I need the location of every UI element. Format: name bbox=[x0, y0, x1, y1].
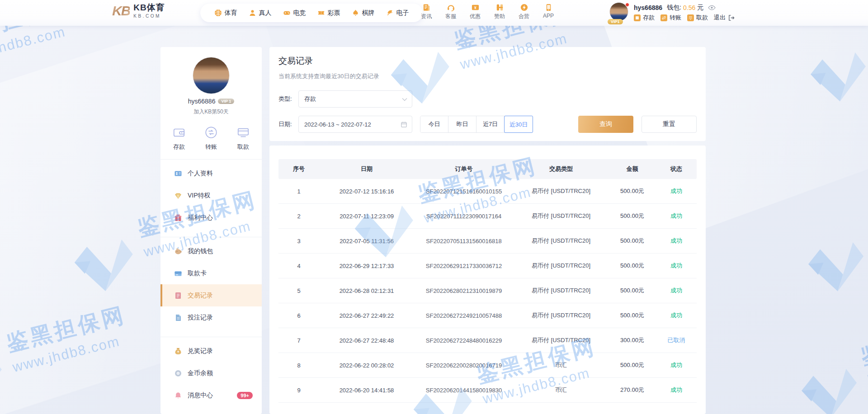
sidebar-item-gold-balance[interactable]: 金币余额 bbox=[160, 362, 262, 384]
calendar-icon bbox=[401, 121, 407, 128]
nav-item-sports[interactable]: 体育 bbox=[214, 9, 237, 17]
quick-link-label: 优惠 bbox=[470, 13, 481, 20]
gamepad-icon bbox=[283, 9, 291, 17]
table-header: 序号 日期 订单号 交易类型 金额 状态 bbox=[278, 159, 697, 179]
transaction-filter-card: 交易记录 当前系统支持查询最近30日的交易记录 类型: 存款 日期: 2022-… bbox=[269, 47, 706, 141]
eye-icon[interactable] bbox=[708, 5, 716, 10]
headset-icon bbox=[447, 3, 455, 12]
range-yesterday-button[interactable]: 昨日 bbox=[448, 116, 476, 132]
top-navigation-bar: KB KB体育 KB.COM 体育 真人 电竞 彩票 棋牌 电子 bbox=[0, 0, 868, 26]
quick-link-promo[interactable]: ¥ 优惠 bbox=[466, 3, 485, 20]
sidebar-item-welfare[interactable]: 福利中心 bbox=[160, 207, 262, 229]
type-select[interactable]: 存款 bbox=[298, 90, 412, 108]
reset-button[interactable]: 重置 bbox=[642, 116, 697, 133]
date-range-value: 2022-06-13 ~ 2022-07-12 bbox=[304, 121, 371, 128]
header-withdraw-button[interactable]: 取款 bbox=[687, 14, 708, 22]
sidebar-transfer-button[interactable]: 转账 bbox=[204, 126, 218, 151]
wallet-label: 钱包: bbox=[667, 4, 681, 12]
nav-item-live[interactable]: 真人 bbox=[249, 9, 272, 17]
jhdb8-watermark-logo bbox=[0, 345, 14, 414]
nav-item-slots[interactable]: 电子 bbox=[386, 9, 409, 17]
table-row: 7 2022-06-27 22:48:48 SF2022062722484800… bbox=[278, 328, 697, 353]
watermark: 鉴黑担保网www.jhdb8.com bbox=[796, 189, 868, 307]
sidebar-item-profile[interactable]: 个人资料 bbox=[160, 162, 262, 184]
status-badge: 成功 bbox=[656, 311, 697, 320]
col-header-status: 状态 bbox=[656, 165, 697, 173]
page-title: 交易记录 bbox=[278, 55, 697, 67]
lightning-icon bbox=[520, 3, 528, 12]
date-range-input[interactable]: 2022-06-13 ~ 2022-07-12 bbox=[298, 116, 412, 133]
sidebar-item-messages[interactable]: 消息中心 99+ bbox=[160, 384, 262, 406]
table-row: 6 2022-06-27 22:49:22 SF2022062722492100… bbox=[278, 303, 697, 328]
header-transfer-button[interactable]: 转账 bbox=[660, 14, 681, 22]
coin-icon bbox=[174, 369, 182, 377]
quick-link-app[interactable]: APP bbox=[539, 3, 558, 20]
kb-logo-mark: KB bbox=[112, 3, 130, 19]
quick-link-partner[interactable]: 合营 bbox=[514, 3, 533, 20]
avatar[interactable] bbox=[193, 57, 230, 94]
status-badge: 成功 bbox=[656, 212, 697, 220]
nav-label: 彩票 bbox=[328, 9, 340, 17]
quick-link-label: APP bbox=[543, 13, 554, 19]
range-today-button[interactable]: 今日 bbox=[420, 116, 448, 132]
sidebar-withdraw-button[interactable]: 取款 bbox=[236, 126, 250, 151]
status-badge: 已取消 bbox=[656, 336, 697, 344]
chevron-down-icon bbox=[402, 98, 407, 101]
wallet-amount: 0.56 bbox=[683, 4, 695, 11]
site-domain: KB.COM bbox=[133, 14, 165, 19]
table-row: 2 2022-07-11 12:23:09 SF2022071112230900… bbox=[278, 204, 697, 229]
slots-icon bbox=[386, 9, 394, 17]
range-30days-button[interactable]: 近30日 bbox=[504, 116, 533, 133]
sidebar-item-prizes[interactable]: 兑奖记录 bbox=[160, 340, 262, 362]
range-7days-button[interactable]: 近7日 bbox=[476, 116, 505, 132]
sidebar: hys66886 VIP 1 加入KB第50天 存款 转账 取款 个人资料 VI… bbox=[160, 47, 262, 414]
col-header-type: 交易类型 bbox=[514, 165, 609, 173]
logout-button[interactable]: 退出 bbox=[714, 14, 735, 22]
coupon-icon: ¥ bbox=[471, 3, 480, 12]
bell-icon bbox=[174, 391, 182, 400]
sidebar-item-withdraw-card[interactable]: 取款卡 bbox=[160, 262, 262, 284]
nav-label: 电竞 bbox=[293, 9, 306, 17]
nav-item-esports[interactable]: 电竞 bbox=[283, 9, 306, 17]
col-header-no: 序号 bbox=[278, 165, 319, 173]
sponsor-icon bbox=[495, 3, 504, 12]
nav-label: 体育 bbox=[225, 9, 237, 17]
deposit-icon bbox=[634, 14, 641, 21]
header-deposit-button[interactable]: 存款 bbox=[634, 14, 655, 22]
sidebar-item-bets[interactable]: 投注记录 bbox=[160, 306, 262, 329]
divider bbox=[160, 237, 262, 237]
status-badge: 成功 bbox=[656, 262, 697, 270]
bet-record-icon bbox=[174, 314, 182, 322]
site-logo[interactable]: KB KB体育 KB.COM bbox=[112, 3, 165, 19]
money-bag-icon bbox=[174, 347, 182, 355]
sidebar-item-transactions[interactable]: 交易记录 bbox=[160, 284, 262, 306]
quick-link-label: 合营 bbox=[519, 13, 529, 20]
query-button[interactable]: 查询 bbox=[578, 116, 633, 133]
news-icon bbox=[422, 3, 431, 12]
transfer-icon bbox=[660, 14, 667, 21]
quick-link-support[interactable]: 客服 bbox=[441, 3, 460, 20]
sidebar-item-wallet[interactable]: 我的钱包 bbox=[160, 240, 262, 262]
watermark: 鉴黑担保网www.jhdb8.com bbox=[0, 301, 140, 414]
bank-card-icon bbox=[174, 269, 182, 278]
sidebar-deposit-button[interactable]: 存款 bbox=[172, 126, 186, 151]
status-badge: 成功 bbox=[656, 386, 697, 394]
quick-link-sponsor[interactable]: 赞助 bbox=[490, 3, 509, 20]
wallet-unit: 元 bbox=[697, 4, 703, 12]
status-badge: 成功 bbox=[656, 187, 697, 195]
nav-item-chess[interactable]: 棋牌 bbox=[352, 9, 375, 17]
live-person-icon bbox=[249, 9, 256, 17]
withdraw-icon bbox=[687, 14, 694, 21]
logout-icon bbox=[728, 14, 735, 21]
status-badge: 成功 bbox=[656, 287, 697, 295]
quick-link-label: 赞助 bbox=[494, 13, 505, 20]
phone-icon bbox=[544, 3, 553, 12]
piggy-bank-icon bbox=[174, 247, 182, 255]
nav-item-lottery[interactable]: 彩票 bbox=[317, 9, 340, 17]
basketball-icon bbox=[214, 9, 222, 17]
sidebar-item-vip[interactable]: VIP特权 bbox=[160, 184, 262, 207]
quick-link-label: 客服 bbox=[445, 13, 456, 20]
jhdb8-watermark-logo bbox=[802, 42, 868, 116]
wallet-icon bbox=[172, 126, 186, 139]
quick-link-news[interactable]: 资讯 bbox=[417, 3, 436, 20]
